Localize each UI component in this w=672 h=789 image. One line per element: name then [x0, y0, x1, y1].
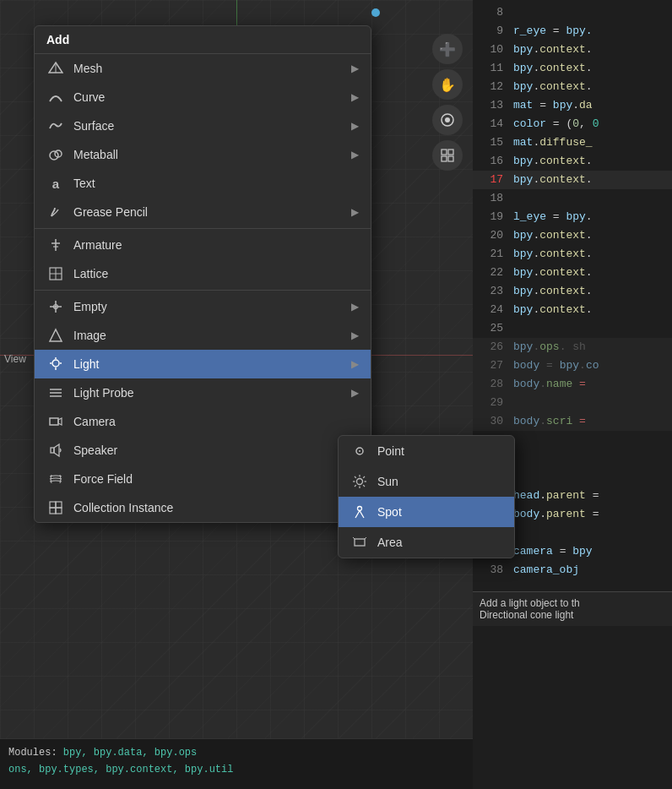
viewport: ➕ ✋ View Add [0, 0, 473, 789]
code-line-27: 27 body = bpy.co [473, 356, 672, 375]
svg-rect-34 [50, 508, 56, 514]
camera-icon-menu [46, 412, 65, 431]
camera-label: Camera [73, 415, 359, 428]
camera-render-icon[interactable] [432, 105, 463, 135]
light-probe-icon [46, 384, 65, 402]
add-viewport-icon[interactable]: ➕ [432, 34, 463, 64]
collection-instance-icon [46, 498, 65, 517]
menu-item-mesh[interactable]: Mesh ▶ [35, 54, 371, 83]
empty-label: Empty [73, 300, 351, 313]
menu-item-light-probe[interactable]: Light Probe ▶ [35, 378, 371, 407]
curve-label: Curve [73, 90, 351, 104]
light-probe-arrow: ▶ [351, 387, 359, 399]
code-line-16: 16 bpy.context. [473, 152, 672, 171]
grease-pencil-icon [46, 203, 65, 221]
svg-rect-35 [56, 508, 62, 514]
svg-line-49 [353, 537, 355, 539]
menu-item-empty[interactable]: Empty ▶ [35, 290, 371, 321]
viewport-toolbar: ➕ ✋ [432, 34, 463, 171]
svg-rect-3 [448, 150, 453, 155]
code-line-9: 9 r_eye = bpy. [473, 22, 672, 41]
menu-item-surface[interactable]: Surface ▶ [35, 112, 371, 140]
modules-value-2: ons, bpy.types, bpy.context, bpy.util [8, 764, 233, 775]
menu-item-curve[interactable]: Curve ▶ [35, 83, 371, 112]
svg-point-8 [50, 151, 58, 160]
light-submenu: Point Sun Spot [338, 435, 515, 558]
menu-item-speaker[interactable]: Speaker [35, 436, 371, 465]
tooltip-line-1: Add a light object to th [480, 597, 665, 609]
submenu-item-point[interactable]: Point [339, 436, 514, 466]
svg-line-50 [365, 537, 366, 539]
modules-label: Modules: [8, 747, 57, 759]
metaball-arrow: ▶ [351, 149, 359, 161]
svg-marker-31 [54, 444, 59, 456]
surface-arrow: ▶ [351, 120, 359, 132]
metaball-icon [46, 145, 65, 164]
sun-light-icon [350, 472, 369, 491]
text-icon: a [46, 174, 65, 193]
image-arrow: ▶ [351, 329, 359, 341]
sun-label: Sun [377, 475, 502, 488]
speaker-icon [46, 441, 65, 460]
svg-rect-32 [50, 502, 56, 508]
menu-item-text[interactable]: a Text [35, 169, 371, 198]
light-icon [46, 355, 65, 373]
armature-icon [46, 236, 65, 254]
submenu-item-spot[interactable]: Spot [339, 497, 514, 527]
svg-point-38 [357, 479, 363, 485]
image-icon [46, 326, 65, 345]
menu-item-camera[interactable]: Camera [35, 407, 371, 436]
spot-light-icon [350, 503, 369, 521]
curve-arrow: ▶ [351, 91, 359, 103]
grid-overlay-icon[interactable] [432, 140, 463, 171]
mesh-arrow: ▶ [351, 63, 359, 74]
lattice-icon [46, 264, 65, 283]
armature-label: Armature [73, 238, 359, 252]
code-line-13: 13 mat = bpy.da [473, 96, 672, 115]
tooltip-line-2: Directional cone light [480, 609, 665, 621]
svg-line-44 [363, 485, 365, 487]
menu-item-metaball[interactable]: Metaball ▶ [35, 140, 371, 169]
grease-pencil-label: Grease Pencil [73, 205, 351, 219]
curve-icon [46, 88, 65, 106]
collection-instance-label: Collection Instance [73, 501, 351, 514]
svg-point-37 [359, 450, 360, 452]
code-line-12: 12 bpy.context. [473, 78, 672, 96]
svg-rect-4 [442, 156, 447, 161]
code-line-18: 18 [473, 189, 672, 208]
view-label: View [4, 353, 26, 365]
menu-item-light[interactable]: Light ▶ [35, 350, 371, 378]
point-light-icon [350, 442, 369, 460]
empty-arrow: ▶ [351, 301, 359, 313]
code-line-8: 8 [473, 3, 672, 22]
area-light-icon [350, 533, 369, 552]
grab-icon[interactable]: ✋ [432, 69, 463, 100]
menu-item-armature[interactable]: Armature [35, 228, 371, 259]
viewport-point [371, 8, 380, 17]
menu-item-lattice[interactable]: Lattice [35, 259, 371, 288]
svg-rect-2 [442, 150, 447, 155]
code-line-23: 23 bpy.context. [473, 282, 672, 301]
add-menu: Add Mesh ▶ Curve ▶ [34, 25, 371, 523]
svg-rect-33 [56, 502, 62, 508]
metaball-label: Metaball [73, 148, 351, 161]
menu-item-collection-instance[interactable]: Collection Instance ▶ [35, 493, 371, 522]
lattice-label: Lattice [73, 267, 359, 280]
code-line-22: 22 bpy.context. [473, 264, 672, 282]
text-label: Text [73, 177, 359, 190]
code-line-38: 38 camera_obj [473, 561, 672, 580]
light-arrow: ▶ [351, 358, 359, 370]
menu-item-image[interactable]: Image ▶ [35, 321, 371, 350]
svg-point-20 [52, 360, 59, 367]
code-line-10: 10 bpy.context. [473, 41, 672, 59]
status-line-1: Modules: bpy, bpy.data, bpy.ops [8, 744, 464, 761]
surface-icon [46, 117, 65, 135]
menu-item-force-field[interactable]: Force Field ▶ [35, 465, 371, 493]
submenu-item-area[interactable]: Area [339, 527, 514, 558]
submenu-item-sun[interactable]: Sun [339, 466, 514, 497]
code-line-11: 11 bpy.context. [473, 59, 672, 78]
code-line-15: 15 mat.diffuse_ [473, 133, 672, 152]
menu-item-grease-pencil[interactable]: Grease Pencil ▶ [35, 198, 371, 226]
code-line-21: 21 bpy.context. [473, 245, 672, 264]
tooltip-box: Add a light object to th Directional con… [473, 591, 672, 626]
